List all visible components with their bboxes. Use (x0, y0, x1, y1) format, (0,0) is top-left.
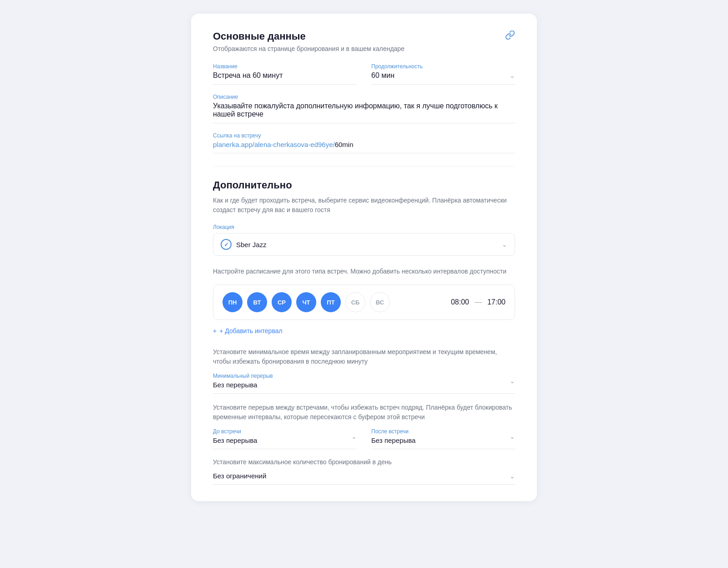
add-interval-button[interactable]: + + Добавить интервал (213, 327, 283, 335)
schedule-description: Настройте расписание для этого типа встр… (213, 267, 515, 276)
max-bookings-inner: Без ограничений (213, 472, 266, 480)
basic-section-header: Основные данные (213, 30, 515, 42)
main-card: Основные данные Отображаются на странице… (191, 14, 537, 501)
basic-section-subtitle: Отображаются на странице бронирования и … (213, 45, 515, 52)
add-interval-label: + Добавить интервал (219, 327, 282, 335)
before-inner: До встречи Без перерыва (213, 428, 257, 444)
name-value: Встреча на 60 минут (213, 71, 357, 80)
schedule-row: ПН ВТ СР ЧТ ПТ СБ ВС 08:00 — 17:00 (213, 284, 515, 320)
day-btn-vs[interactable]: ВС (370, 292, 390, 312)
additional-description: Как и где будет проходить встреча, выбер… (213, 196, 515, 215)
buffer-row: До встречи Без перерыва ⌄ После встречи … (213, 428, 515, 458)
duration-value: 60 мин (371, 71, 394, 80)
min-break-inner: Минимальный перерыв Без перерыва (213, 373, 273, 389)
before-chevron-icon: ⌄ (351, 433, 357, 440)
min-break-chevron-icon: ⌄ (510, 377, 515, 385)
after-chevron-icon: ⌄ (510, 433, 515, 440)
link-value: planerka.app/alena-cherkasova-ed96ye/60m… (213, 141, 515, 148)
min-break-label: Минимальный перерыв (213, 373, 273, 379)
duration-value-row: 60 мин ⌄ (371, 71, 515, 80)
description-value: Указывайте пожалуйста дополнительную инф… (213, 102, 515, 118)
day-btn-sr[interactable]: СР (272, 292, 292, 312)
link-blue-part: planerka.app/alena-cherkasova-ed96ye/ (213, 141, 335, 148)
location-value: Sber Jazz (236, 241, 267, 248)
location-field[interactable]: Sber Jazz ⌄ (213, 233, 515, 256)
max-bookings-chevron-icon: ⌄ (510, 472, 515, 480)
location-left: Sber Jazz (221, 239, 267, 250)
link-field: Ссылка на встречу planerka.app/alena-che… (213, 132, 515, 153)
time-end: 17:00 (487, 298, 506, 306)
link-black-part: 60min (335, 141, 354, 148)
name-field: Название Встреча на 60 минут (213, 63, 357, 85)
additional-section-title: Дополнительно (213, 179, 515, 191)
plus-icon: + (213, 327, 217, 335)
description-field: Описание Указывайте пожалуйста дополните… (213, 94, 515, 123)
day-btn-pt[interactable]: ПТ (321, 292, 341, 312)
max-bookings-description: Установите максимальное количество брони… (213, 458, 515, 466)
day-btn-vt[interactable]: ВТ (247, 292, 267, 312)
description-label: Описание (213, 94, 515, 100)
before-label: До встречи (213, 428, 257, 435)
duration-label: Продолжительность (371, 63, 515, 70)
day-btn-sb[interactable]: СБ (345, 292, 365, 312)
day-btn-cht[interactable]: ЧТ (296, 292, 316, 312)
duration-field[interactable]: Продолжительность 60 мин ⌄ (371, 63, 515, 85)
time-range: 08:00 — 17:00 (451, 298, 506, 306)
sber-jazz-icon (221, 239, 232, 250)
before-field[interactable]: До встречи Без перерыва ⌄ (213, 428, 357, 449)
after-field[interactable]: После встречи Без перерыва ⌄ (371, 428, 515, 449)
location-chevron-icon: ⌄ (502, 241, 507, 248)
min-break-value: Без перерыва (213, 381, 273, 389)
duration-chevron-icon: ⌄ (510, 72, 515, 79)
time-start: 08:00 (451, 298, 469, 306)
section-divider (213, 166, 515, 167)
location-label-top: Локация (213, 224, 515, 230)
min-break-field[interactable]: Минимальный перерыв Без перерыва ⌄ (213, 373, 515, 394)
day-btn-pn[interactable]: ПН (222, 292, 243, 312)
after-value: Без перерыва (371, 436, 415, 444)
time-separator: — (475, 298, 482, 306)
name-label: Название (213, 63, 357, 70)
after-inner: После встречи Без перерыва (371, 428, 415, 444)
buffer-description: Установите перерыв между встречами, чтоб… (213, 403, 515, 422)
link-label: Ссылка на встречу (213, 132, 515, 139)
max-bookings-value: Без ограничений (213, 472, 266, 480)
name-duration-row: Название Встреча на 60 минут Продолжител… (213, 63, 515, 85)
min-break-description: Установите минимальное время между запла… (213, 347, 515, 366)
after-label: После встречи (371, 428, 415, 435)
basic-section-title: Основные данные (213, 30, 306, 42)
before-value: Без перерыва (213, 436, 257, 444)
link-icon[interactable] (505, 30, 515, 42)
max-bookings-field[interactable]: Без ограничений ⌄ (213, 472, 515, 485)
